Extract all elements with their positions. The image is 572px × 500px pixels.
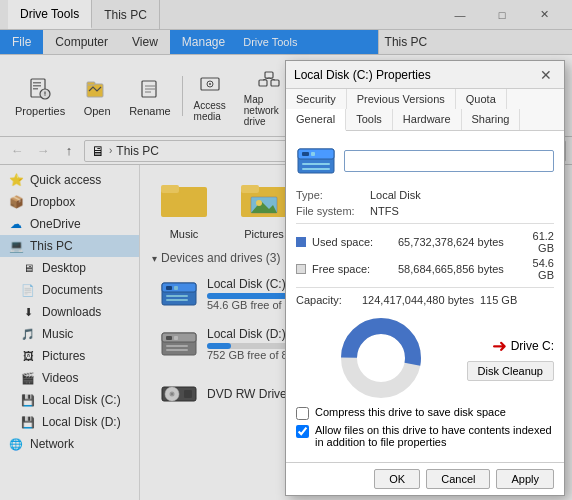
red-arrow-icon: ➜ — [492, 335, 507, 357]
type-row: Type: Local Disk — [296, 189, 554, 201]
svg-rect-63 — [302, 152, 309, 156]
chart-cleanup-row: ➜ Drive C: Disk Cleanup — [296, 310, 554, 406]
arrow-note: ➜ Drive C: — [492, 335, 554, 357]
free-space-label: Free space: — [312, 263, 392, 275]
dialog-tab-hardware[interactable]: Hardware — [393, 109, 462, 130]
used-space-label: Used space: — [312, 236, 392, 248]
index-files-label: Allow files on this drive to have conten… — [315, 424, 554, 448]
index-files-checkbox-row: Allow files on this drive to have conten… — [296, 424, 554, 448]
type-value: Local Disk — [370, 189, 421, 201]
svg-point-69 — [359, 336, 403, 380]
svg-rect-64 — [311, 152, 315, 156]
dialog-divider-2 — [296, 287, 554, 288]
compress-drive-checkbox-row: Compress this drive to save disk space — [296, 406, 554, 420]
capacity-bytes: 124,417,044,480 bytes — [362, 294, 474, 306]
filesystem-label: File system: — [296, 205, 366, 217]
filesystem-row: File system: NTFS — [296, 205, 554, 217]
svg-rect-66 — [302, 168, 330, 170]
dialog-tab-quota[interactable]: Quota — [456, 89, 507, 109]
used-space-row: Used space: 65,732,378,624 bytes 61.2 GB — [296, 230, 554, 254]
compress-drive-label: Compress this drive to save disk space — [315, 406, 506, 418]
dialog-body: Type: Local Disk File system: NTFS Used … — [286, 131, 564, 462]
dialog-tabs-2: General Tools Hardware Sharing — [286, 109, 564, 131]
used-space-color — [296, 237, 306, 247]
dialog-tab-general[interactable]: General — [286, 109, 346, 131]
ok-button[interactable]: OK — [374, 469, 420, 489]
drive-label-cleanup: ➜ Drive C: Disk Cleanup — [467, 335, 554, 381]
dialog-footer: OK Cancel Apply — [286, 462, 564, 495]
dialog-title: Local Disk (C:) Properties — [294, 68, 431, 82]
used-space-gb: 61.2 GB — [514, 230, 554, 254]
compress-drive-checkbox[interactable] — [296, 407, 309, 420]
filesystem-value: NTFS — [370, 205, 399, 217]
svg-rect-65 — [302, 163, 330, 165]
dialog-tabs: Security Previous Versions Quota — [286, 89, 564, 110]
dialog-drive-icon — [296, 141, 336, 181]
drive-label-input[interactable] — [344, 150, 554, 172]
dialog-tab-prev-versions[interactable]: Previous Versions — [347, 89, 456, 109]
dialog-overlay: Local Disk (C:) Properties ✕ Security Pr… — [0, 0, 572, 500]
cancel-button[interactable]: Cancel — [426, 469, 490, 489]
apply-button[interactable]: Apply — [496, 469, 554, 489]
drive-letter-label: Drive C: — [511, 339, 554, 353]
properties-dialog: Local Disk (C:) Properties ✕ Security Pr… — [285, 60, 565, 496]
dialog-header-row — [296, 141, 554, 181]
dialog-tab-security[interactable]: Security — [286, 89, 347, 109]
disk-cleanup-button[interactable]: Disk Cleanup — [467, 361, 554, 381]
capacity-row: Capacity: 124,417,044,480 bytes 115 GB — [296, 294, 554, 306]
dialog-divider-1 — [296, 223, 554, 224]
disk-usage-chart — [341, 318, 421, 398]
free-space-color — [296, 264, 306, 274]
capacity-gb: 115 GB — [480, 294, 517, 306]
free-space-row: Free space: 58,684,665,856 bytes 54.6 GB — [296, 257, 554, 281]
dialog-title-bar: Local Disk (C:) Properties ✕ — [286, 61, 564, 89]
dialog-tab-sharing[interactable]: Sharing — [462, 109, 521, 130]
dialog-tab-tools[interactable]: Tools — [346, 109, 393, 130]
free-space-bytes: 58,684,665,856 bytes — [398, 263, 508, 275]
dialog-close-button[interactable]: ✕ — [536, 65, 556, 85]
capacity-label: Capacity: — [296, 294, 356, 306]
used-space-bytes: 65,732,378,624 bytes — [398, 236, 508, 248]
index-files-checkbox[interactable] — [296, 425, 309, 438]
free-space-gb: 54.6 GB — [514, 257, 554, 281]
type-label: Type: — [296, 189, 366, 201]
